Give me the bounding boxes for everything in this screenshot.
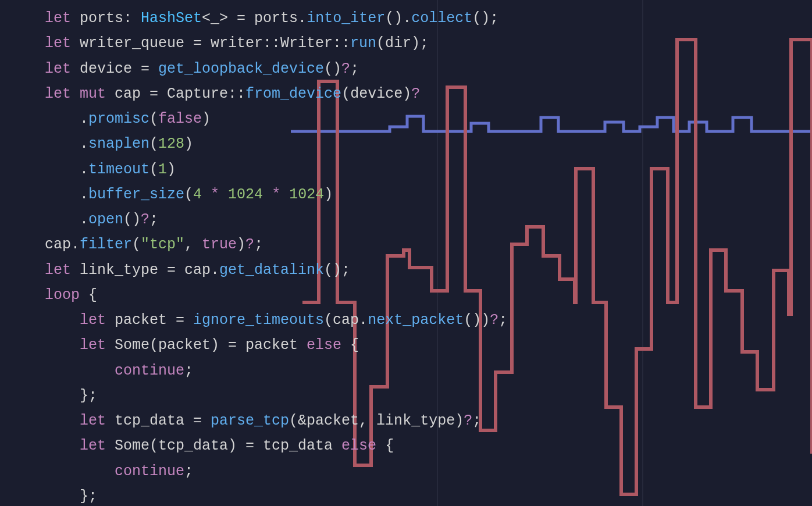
code-line-6: .snaplen(128) [45,131,507,156]
code-line-12: loop { [45,283,507,308]
code-line-8: .buffer_size(4 * 1024 * 1024) [45,182,507,207]
code-editor: let ports: HashSet<_> = ports.into_iter(… [45,6,507,506]
code-line-4: let mut cap = Capture::from_device(devic… [45,81,507,106]
code-line-3: let device = get_loopback_device()?; [45,56,507,81]
code-line-7: .timeout(1) [45,157,507,182]
code-line-13: let packet = ignore_timeouts(cap.next_pa… [45,308,507,333]
code-line-16: }; [45,383,507,408]
code-line-19: continue; [45,459,507,484]
code-line-18: let Some(tcp_data) = tcp_data else { [45,433,507,458]
code-line-10: cap.filter("tcp", true)?; [45,232,507,257]
code-line-5: .promisc(false) [45,106,507,131]
code-line-14: let Some(packet) = packet else { [45,333,507,358]
code-line-17: let tcp_data = parse_tcp(&packet, link_t… [45,408,507,433]
code-line-2: let writer_queue = writer::Writer::run(d… [45,31,507,56]
code-line-1: let ports: HashSet<_> = ports.into_iter(… [45,6,507,31]
code-line-9: .open()?; [45,207,507,232]
code-line-15: continue; [45,358,507,383]
code-line-11: let link_type = cap.get_datalink(); [45,258,507,283]
code-line-20: }; [45,484,507,506]
